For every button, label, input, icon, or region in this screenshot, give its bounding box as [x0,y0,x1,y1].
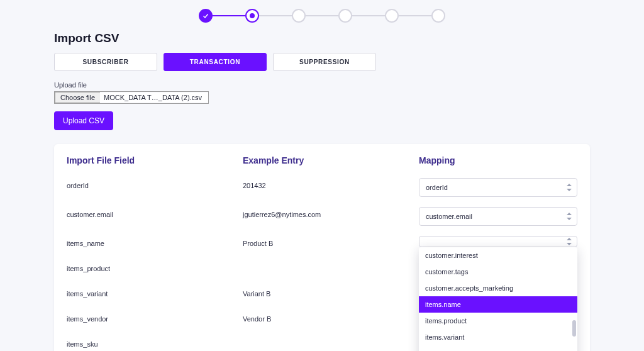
field-cell: items_product [67,256,243,281]
file-input[interactable]: Choose file MOCK_DATA T…_DATA (2).csv [54,91,209,104]
sort-icon [567,184,572,191]
example-cell: 201432 [243,173,419,202]
mapping-select[interactable]: orderId [419,178,577,197]
field-cell: items_name [67,231,243,256]
example-cell: Vendor B [243,306,419,332]
step-2-current [245,9,259,23]
tab-suppression[interactable]: SUPPRESSION [273,53,376,71]
mapping-dropdown[interactable]: customer.interest customer.tags customer… [419,247,577,351]
dropdown-option[interactable]: customer.accepts_marketing [419,280,577,296]
field-cell: customer.email [67,202,243,231]
sort-icon [567,213,572,220]
col-header-mapping: Mapping [419,155,577,173]
dropdown-option[interactable]: items.product [419,313,577,329]
step-bar [213,15,245,16]
field-cell: items_sku [67,332,243,351]
upload-file-label: Upload file [54,81,590,89]
scrollbar-thumb[interactable] [572,320,576,337]
upload-csv-button[interactable]: Upload CSV [54,111,113,130]
step-bar [352,15,385,16]
step-bar [259,15,292,16]
field-cell: items_variant [67,281,243,306]
mapping-select-open[interactable] [419,236,577,247]
step-5 [385,9,399,23]
example-cell: Variant B [243,281,419,306]
col-header-field: Import File Field [67,155,243,173]
dropdown-option[interactable]: items.variant [419,329,577,345]
chosen-file-name: MOCK_DATA T…_DATA (2).csv [100,92,208,103]
step-6 [431,9,445,23]
dropdown-option[interactable]: customer.interest [419,247,577,264]
step-1-done [199,9,213,23]
col-header-example: Example Entry [243,155,419,173]
example-cell: jgutierrez6@nytimes.com [243,202,419,231]
field-cell: orderId [67,173,243,202]
stepper [0,0,644,23]
sort-icon [567,238,572,245]
tab-transaction[interactable]: TRANSACTION [164,53,267,71]
step-3 [292,9,306,23]
page-title: Import CSV [54,31,590,45]
dropdown-option[interactable]: items.vendor [419,345,577,351]
choose-file-button[interactable]: Choose file [55,92,100,103]
step-4 [338,9,352,23]
step-bar [306,15,338,16]
mapping-select-value: orderId [426,184,448,191]
dropdown-option-highlighted[interactable]: items.name [419,296,577,313]
example-cell: Product B [243,231,419,256]
mapping-select[interactable]: customer.email [419,207,577,226]
check-icon [202,12,209,20]
example-cell [243,332,419,351]
tab-bar: SUBSCRIBER TRANSACTION SUPPRESSION [54,53,590,71]
mapping-card: Import File Field Example Entry Mapping … [54,144,590,351]
dropdown-option[interactable]: customer.tags [419,264,577,280]
example-cell [243,256,419,281]
step-bar [399,15,431,16]
mapping-select-value: customer.email [426,213,472,220]
tab-subscriber[interactable]: SUBSCRIBER [54,53,157,71]
field-cell: items_vendor [67,306,243,332]
